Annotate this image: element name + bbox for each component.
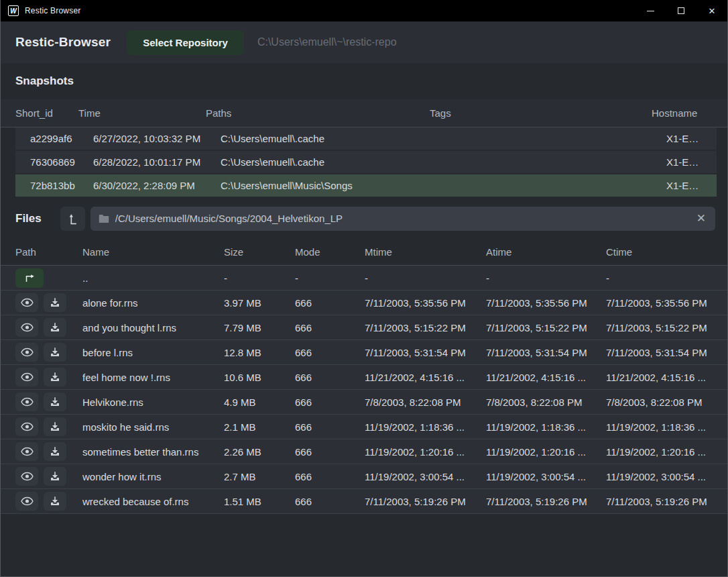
close-button[interactable]: ✕	[696, 0, 727, 21]
file-row[interactable]: wrecked because of.rns 1.51 MB 666 7/11/…	[1, 489, 727, 514]
view-file-button[interactable]	[15, 368, 38, 386]
file-row[interactable]: and you thought l.rns 7.79 MB 666 7/11/2…	[1, 315, 727, 340]
file-row[interactable]: alone for.rns 3.97 MB 666 7/11/2003, 5:3…	[1, 291, 727, 315]
maximize-icon	[678, 7, 684, 14]
file-row[interactable]: moskito he said.rns 2.1 MB 666 11/19/200…	[1, 415, 727, 439]
snapshots-table-header: Short_id Time Paths Tags Hostname	[1, 99, 727, 127]
file-ctime: 11/19/2002, 3:00:54 ...	[606, 471, 717, 482]
download-file-button[interactable]	[44, 392, 66, 411]
file-size: 2.1 MB	[224, 421, 295, 433]
parent-directory-row[interactable]: .. - - - - -	[1, 266, 727, 291]
file-ctime: 7/11/2003, 5:19:26 PM	[606, 496, 717, 507]
file-mode: 666	[295, 347, 365, 358]
file-name: and you thought l.rns	[82, 322, 224, 333]
download-file-button[interactable]	[44, 492, 66, 511]
column-header-name: Name	[82, 246, 224, 258]
file-mtime: 11/19/2002, 3:00:54 ...	[365, 471, 486, 482]
files-path-value: /C/Users/emuell/Music/Songs/2004_Helveti…	[115, 213, 695, 224]
snapshot-paths: C:\Users\emuell\Music\Songs	[221, 180, 444, 191]
file-name: before l.rns	[82, 347, 224, 358]
download-icon	[50, 397, 60, 407]
titlebar: W Restic Browser ✕	[1, 0, 727, 21]
file-mode: 666	[295, 446, 365, 458]
file-size: 3.97 MB	[224, 297, 295, 309]
folder-icon	[99, 214, 109, 223]
download-icon	[50, 421, 60, 432]
file-row[interactable]: sometimes better than.rns 2.26 MB 666 11…	[1, 439, 727, 464]
download-icon	[50, 347, 60, 358]
file-mtime: 7/8/2003, 8:22:08 PM	[365, 397, 486, 408]
parent-size: -	[224, 272, 295, 284]
view-file-button[interactable]	[15, 442, 38, 461]
eye-icon	[21, 422, 34, 431]
files-table-header: Path Name Size Mode Mtime Atime Ctime	[1, 239, 727, 266]
file-name: wrecked because of.rns	[82, 496, 224, 507]
snapshot-hostname: X1-EDU	[666, 156, 706, 168]
eye-icon	[21, 372, 34, 382]
file-row[interactable]: wonder how it.rns 2.7 MB 666 11/19/2002,…	[1, 464, 727, 489]
snapshot-row[interactable]: 72b813bb 6/30/2022, 2:28:09 PM C:\Users\…	[15, 174, 717, 197]
snapshot-hostname: X1-EDU	[666, 180, 706, 191]
file-name: feel home now !.rns	[82, 372, 224, 383]
file-ctime: 7/11/2003, 5:35:56 PM	[606, 297, 717, 309]
column-header-time: Time	[78, 107, 206, 119]
download-file-button[interactable]	[44, 318, 66, 337]
file-ctime: 7/11/2003, 5:15:22 PM	[606, 322, 717, 333]
dump-snapshot-button[interactable]	[60, 207, 85, 231]
download-file-button[interactable]	[44, 417, 66, 436]
file-ctime: 7/8/2003, 8:22:08 PM	[606, 397, 717, 408]
view-file-button[interactable]	[15, 467, 38, 486]
file-row[interactable]: feel home now !.rns 10.6 MB 666 11/21/20…	[1, 365, 727, 390]
download-icon	[50, 297, 60, 308]
snapshot-row[interactable]: 76306869 6/28/2022, 10:01:17 PM C:\Users…	[15, 151, 717, 173]
download-icon	[50, 446, 60, 457]
file-mode: 666	[295, 471, 365, 482]
snapshot-paths: C:\Users\emuell\.cache	[221, 133, 444, 144]
minimize-button[interactable]	[635, 0, 666, 21]
view-file-button[interactable]	[15, 417, 38, 436]
go-parent-button[interactable]	[15, 268, 44, 288]
file-mtime: 11/19/2002, 1:18:36 ...	[365, 421, 486, 433]
download-file-button[interactable]	[44, 293, 66, 312]
download-file-button[interactable]	[44, 467, 66, 486]
app-window: W Restic Browser ✕ Restic-Browser Select…	[0, 0, 728, 577]
download-file-button[interactable]	[44, 442, 66, 461]
parent-atime: -	[486, 272, 606, 284]
download-file-button[interactable]	[44, 368, 66, 386]
app-header: Restic-Browser Select Repository C:\User…	[1, 21, 727, 63]
repository-path: C:\Users\emuell\~\restic-repo	[257, 36, 397, 48]
files-table-body: alone for.rns 3.97 MB 666 7/11/2003, 5:3…	[1, 291, 727, 514]
file-atime: 7/11/2003, 5:31:54 PM	[486, 347, 606, 358]
view-file-button[interactable]	[15, 293, 38, 312]
file-row[interactable]: before l.rns 12.8 MB 666 7/11/2003, 5:31…	[1, 340, 727, 365]
window-title: Restic Browser	[25, 6, 80, 15]
file-ctime: 11/19/2002, 1:20:16 ...	[606, 446, 717, 458]
column-header-tags: Tags	[430, 107, 652, 119]
snapshot-time: 6/28/2022, 10:01:17 PM	[93, 156, 221, 168]
file-mode: 666	[295, 297, 365, 309]
files-path-input[interactable]: /C/Users/emuell/Music/Songs/2004_Helveti…	[90, 207, 715, 231]
file-atime: 7/11/2003, 5:19:26 PM	[486, 496, 606, 507]
view-file-button[interactable]	[15, 392, 38, 411]
clear-path-button[interactable]: ✕	[695, 213, 707, 224]
view-file-button[interactable]	[15, 318, 38, 337]
file-ctime: 7/11/2003, 5:31:54 PM	[606, 347, 717, 358]
snapshot-row[interactable]: a2299af6 6/27/2022, 10:03:32 PM C:\Users…	[15, 127, 717, 150]
files-section-header: Files /C/Users/emuell/Music/Songs/2004_H…	[1, 198, 727, 239]
file-atime: 11/19/2002, 1:18:36 ...	[486, 421, 606, 433]
snapshots-table-body: a2299af6 6/27/2022, 10:03:32 PM C:\Users…	[1, 127, 727, 198]
select-repository-button[interactable]: Select Repository	[127, 30, 244, 55]
file-row[interactable]: Helvikone.rns 4.9 MB 666 7/8/2003, 8:22:…	[1, 390, 727, 415]
eye-icon	[21, 496, 34, 506]
eye-icon	[21, 298, 34, 307]
view-file-button[interactable]	[15, 343, 38, 362]
view-file-button[interactable]	[15, 492, 38, 511]
minimize-icon	[647, 11, 654, 11]
file-mode: 666	[295, 496, 365, 507]
file-atime: 7/11/2003, 5:35:56 PM	[486, 297, 606, 309]
parent-ctime: -	[606, 272, 717, 284]
eye-icon	[21, 397, 34, 407]
file-mtime: 11/19/2002, 1:20:16 ...	[365, 446, 486, 458]
download-file-button[interactable]	[44, 343, 66, 362]
maximize-button[interactable]	[666, 0, 696, 21]
